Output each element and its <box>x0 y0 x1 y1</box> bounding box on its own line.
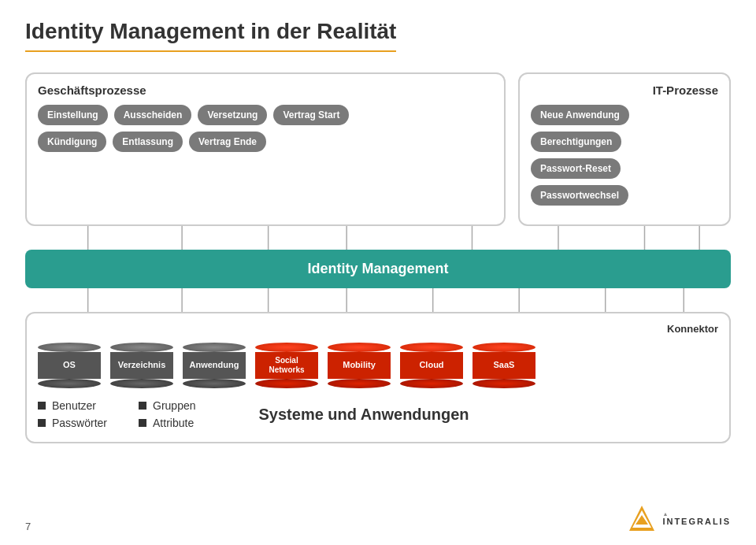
page-title: Identity Management in der Realität <box>25 19 396 52</box>
konnektor-label: Konnektor <box>38 323 718 335</box>
dot-gruppen <box>139 402 146 410</box>
pill-versetzung: Versetzung <box>198 105 267 125</box>
list-item-benutzer: Benutzer <box>38 399 107 412</box>
cyl-label-saas: SaaS <box>472 352 536 379</box>
cyl-label-os: OS <box>38 352 101 379</box>
cylinder-saas: SaaS <box>472 343 536 388</box>
label-passwoerter: Passwörter <box>52 417 107 429</box>
itp-row2: Passwort-Reset Passwortwechsel <box>531 158 718 206</box>
main-content: Geschäftsprozesse Einstellung Ausscheide… <box>25 72 731 443</box>
list-col-right: Gruppen Attribute <box>139 399 195 429</box>
pill-ausscheiden: Ausscheiden <box>114 105 192 125</box>
pill-vertrag-start: Vertrag Start <box>273 105 349 125</box>
list-item-passwoerter: Passwörter <box>38 417 107 429</box>
cylinder-anwendung: Anwendung <box>183 343 246 388</box>
itp-panel: IT-Prozesse Neue Anwendung Berechtigunge… <box>518 72 731 226</box>
itp-row1: Neue Anwendung Berechtigungen <box>531 105 718 152</box>
cylinders-row: OS Verzeichnis Anwendung <box>38 343 718 388</box>
cylinder-os: OS <box>38 343 101 388</box>
pill-entlassung: Entlassung <box>113 132 183 152</box>
dot-benutzer <box>38 402 46 410</box>
pill-neue-anwendung: Neue Anwendung <box>531 105 629 125</box>
connector-lines-bottom <box>25 288 731 312</box>
gp-panel: Geschäftsprozesse Einstellung Ausscheide… <box>25 72 506 226</box>
dot-passwoerter <box>38 419 46 427</box>
bottom-items: Benutzer Passwörter Gruppen Attribute <box>38 399 718 429</box>
cyl-label-social-networks: SocialNetworks <box>255 352 318 379</box>
cylinder-verzeichnis: Verzeichnis <box>110 343 173 388</box>
page-number: 7 <box>25 521 31 532</box>
cyl-label-mobility: Mobility <box>328 352 391 379</box>
cylinder-cloud: Cloud <box>400 343 463 388</box>
label-gruppen: Gruppen <box>153 399 195 412</box>
pill-einstellung: Einstellung <box>38 105 108 125</box>
systems-label: Systeme und Anwendungen <box>259 406 469 424</box>
page: Identity Management in der Realität Gesc… <box>0 0 756 545</box>
cylinder-social-networks: SocialNetworks <box>255 343 318 388</box>
pill-vertrag-ende: Vertrag Ende <box>189 132 266 152</box>
pill-passwortwechsel: Passwortwechsel <box>531 185 628 206</box>
gp-label: Geschäftsprozesse <box>38 83 493 97</box>
pill-kuendigung: Kündigung <box>38 132 106 152</box>
itp-label: IT-Prozesse <box>531 83 718 97</box>
gp-row2: Kündigung Entlassung Vertrag Ende <box>38 132 493 152</box>
cyl-label-verzeichnis: Verzeichnis <box>110 352 173 379</box>
connector-lines-top <box>25 226 731 250</box>
pill-berechtigungen: Berechtigungen <box>531 132 621 152</box>
list-item-attribute: Attribute <box>139 417 195 429</box>
cyl-label-cloud: Cloud <box>400 352 463 379</box>
label-benutzer: Benutzer <box>52 399 96 412</box>
dot-attribute <box>139 419 146 427</box>
cylinder-mobility: Mobility <box>328 343 391 388</box>
pill-passwort-reset: Passwort-Reset <box>531 158 621 179</box>
top-panels: Geschäftsprozesse Einstellung Ausscheide… <box>25 72 731 226</box>
gp-row1: Einstellung Ausscheiden Versetzung Vertr… <box>38 105 493 125</box>
label-attribute: Attribute <box>153 417 194 429</box>
cyl-label-anwendung: Anwendung <box>183 352 246 379</box>
konnektor-panel: Konnektor OS Verzeichnis <box>25 312 731 443</box>
list-col-left: Benutzer Passwörter <box>38 399 107 429</box>
idm-bar: Identity Management <box>25 250 731 288</box>
list-item-gruppen: Gruppen <box>139 399 195 412</box>
logo-icon <box>628 504 656 532</box>
logo-text: ▲ INTEGRALIS <box>662 511 731 526</box>
logo-area: ▲ INTEGRALIS <box>628 504 731 532</box>
